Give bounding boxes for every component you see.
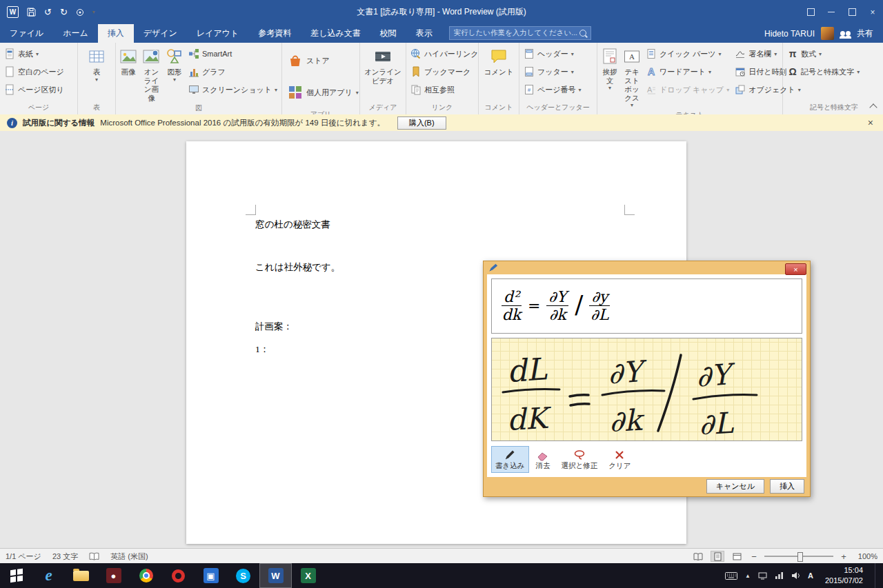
erase-tool-button[interactable]: 消去	[532, 446, 555, 473]
word-count[interactable]: 23 文字	[52, 551, 78, 562]
user-name[interactable]: Hideto TARUI	[764, 29, 815, 39]
cancel-button[interactable]: キャンセル	[706, 479, 764, 494]
tab-view[interactable]: 表示	[406, 24, 442, 43]
cover-page-icon	[4, 48, 15, 59]
smartart-button[interactable]: SmartArt	[186, 45, 280, 63]
ribbon-display-options-icon[interactable]	[800, 4, 821, 21]
taskbar-file-explorer[interactable]	[65, 563, 97, 588]
taskbar-chrome[interactable]	[130, 563, 162, 588]
page-indicator[interactable]: 1/1 ページ	[6, 551, 41, 562]
ink-dialog-titlebar[interactable]: ×	[484, 261, 810, 274]
tell-me-search-input[interactable]: 実行したい作業を入力してください...	[449, 26, 591, 40]
taskbar-app-red[interactable]: ●	[97, 563, 130, 588]
infobar-close-icon[interactable]: ×	[865, 117, 876, 128]
drop-cap-button[interactable]: A ドロップ キャップ▾	[643, 81, 732, 99]
language-indicator[interactable]: 英語 (米国)	[110, 551, 148, 562]
web-layout-button[interactable]	[730, 551, 744, 562]
online-pictures-button[interactable]: オンライン画像	[139, 45, 163, 102]
online-video-button[interactable]: オンラインビデオ	[361, 45, 404, 85]
my-apps-button[interactable]: 個人用アプリ▾	[284, 77, 363, 108]
symbol-button[interactable]: Ω 記号と特殊文字▾	[784, 63, 862, 81]
tab-home[interactable]: ホーム	[53, 24, 98, 43]
document-text-line[interactable]: 計画案：	[255, 321, 292, 333]
tab-insert[interactable]: 挿入	[98, 24, 134, 43]
start-button[interactable]	[0, 563, 32, 588]
zoom-in-button[interactable]: +	[839, 551, 849, 562]
wordart-button[interactable]: A ワードアート▾	[643, 63, 732, 81]
proofing-icon[interactable]	[89, 552, 99, 560]
taskbar-skype[interactable]: S	[227, 563, 259, 588]
page-break-button[interactable]: ページ区切り	[1, 81, 67, 99]
redo-icon[interactable]: ↻	[60, 8, 68, 17]
pictures-button[interactable]: 画像	[117, 45, 139, 77]
document-text-line[interactable]: これは社外秘です。	[255, 261, 340, 274]
button-label: ドロップ キャップ	[659, 85, 724, 95]
read-mode-button[interactable]	[691, 551, 705, 562]
zoom-slider-thumb[interactable]	[797, 552, 803, 562]
greeting-line-button[interactable]: 挨拶文 ▾	[599, 45, 621, 92]
store-button[interactable]: ストア	[284, 45, 334, 77]
buy-button[interactable]: 購入(B)	[397, 116, 446, 130]
pc-status-icon[interactable]	[758, 572, 767, 580]
taskbar-excel[interactable]: X	[292, 563, 324, 588]
undo-icon[interactable]: ↺	[44, 8, 52, 17]
maximize-button[interactable]	[842, 4, 862, 21]
taskbar-app-blue[interactable]: ▣	[195, 563, 227, 588]
zoom-slider[interactable]	[764, 556, 833, 557]
comment-button[interactable]: コメント	[482, 45, 516, 77]
tab-references[interactable]: 参考資料	[248, 24, 301, 43]
page-number-button[interactable]: # ページ番号▾	[521, 81, 584, 99]
document-text-line[interactable]: 1：	[255, 343, 269, 356]
table-button[interactable]: 表 ▾	[86, 45, 108, 83]
tab-mailings[interactable]: 差し込み文書	[301, 24, 370, 43]
ink-dialog-close-button[interactable]: ×	[785, 263, 806, 275]
show-hidden-icons-button[interactable]: ▲	[745, 573, 751, 579]
document-text-line[interactable]: 窓の杜の秘密文書	[255, 219, 330, 231]
footer-button[interactable]: フッター▾	[521, 63, 577, 81]
screenshot-button[interactable]: スクリーンショット▾	[186, 81, 280, 99]
page-break-icon	[4, 84, 15, 95]
qat-customize-icon[interactable]: ▾	[92, 10, 95, 15]
print-layout-button[interactable]	[711, 551, 724, 562]
handwriting-canvas[interactable]: dL dK ∂Y ∂k ∂Y ∂L	[491, 338, 802, 441]
equation-button[interactable]: π 数式▾	[784, 45, 824, 63]
chart-button[interactable]: グラフ	[186, 63, 280, 81]
zoom-level[interactable]: 100%	[854, 552, 877, 560]
taskbar-clock[interactable]: 15:04 2015/07/02	[821, 565, 867, 586]
button-label: 相互参照	[424, 85, 455, 95]
cross-reference-button[interactable]: 相互参照	[408, 81, 457, 99]
select-correct-tool-button[interactable]: 選択と修正	[557, 446, 602, 473]
cover-page-button[interactable]: 表紙▾	[1, 45, 41, 63]
tab-file[interactable]: ファイル	[0, 24, 53, 43]
minimize-button[interactable]	[821, 4, 842, 21]
shapes-button[interactable]: 図形 ▾	[163, 45, 186, 83]
close-button[interactable]: ×	[862, 4, 883, 21]
save-icon[interactable]	[27, 8, 36, 17]
insert-equation-button[interactable]: 挿入	[770, 479, 804, 494]
tab-layout[interactable]: レイアウト	[187, 24, 248, 43]
quick-parts-icon	[646, 48, 657, 59]
zoom-out-button[interactable]: −	[749, 551, 759, 562]
tab-review[interactable]: 校閲	[370, 24, 406, 43]
show-desktop-button[interactable]	[875, 563, 880, 588]
hyperlink-button[interactable]: ハイパーリンク	[408, 45, 482, 63]
write-tool-button[interactable]: 書き込み	[491, 446, 529, 473]
bookmark-button[interactable]: ブックマーク	[408, 63, 473, 81]
taskbar-opera[interactable]	[162, 563, 195, 588]
text-box-button[interactable]: A テキスト ボックス ▾	[621, 45, 643, 109]
taskbar-internet-explorer[interactable]: e	[32, 563, 65, 588]
share-button[interactable]: 共有	[857, 28, 873, 39]
blank-page-button[interactable]: 空白のページ	[1, 63, 67, 81]
touch-keyboard-icon[interactable]	[725, 572, 737, 580]
touch-mode-icon[interactable]	[76, 8, 84, 17]
taskbar-word[interactable]: W	[259, 563, 292, 588]
volume-icon[interactable]	[791, 571, 800, 580]
tab-design[interactable]: デザイン	[134, 24, 187, 43]
avatar[interactable]	[821, 27, 834, 40]
network-icon[interactable]	[775, 571, 784, 580]
quick-parts-button[interactable]: クイック パーツ▾	[643, 45, 732, 63]
button-label: ブックマーク	[424, 67, 470, 77]
header-button[interactable]: ヘッダー▾	[521, 45, 577, 63]
clear-tool-button[interactable]: クリア	[604, 446, 635, 473]
ime-indicator[interactable]: A	[808, 571, 813, 580]
